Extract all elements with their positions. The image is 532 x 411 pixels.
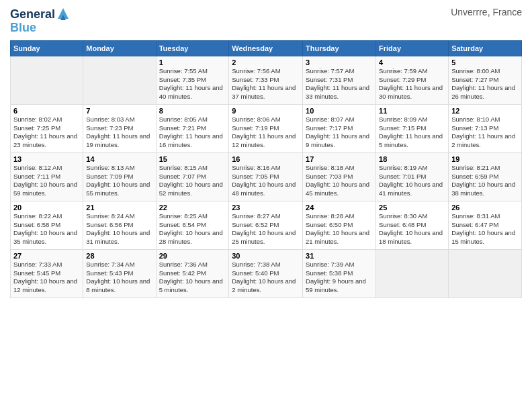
day-info: Sunrise: 8:24 AMSunset: 6:56 PMDaylight:… [86, 212, 152, 246]
calendar-cell: 3Sunrise: 7:57 AMSunset: 7:31 PMDaylight… [303, 56, 376, 104]
day-number: 23 [232, 203, 300, 212]
day-info: Sunrise: 7:34 AMSunset: 5:43 PMDaylight:… [86, 261, 152, 295]
calendar-cell: 27Sunrise: 7:33 AMSunset: 5:45 PMDayligh… [11, 249, 83, 298]
calendar-cell: 24Sunrise: 8:28 AMSunset: 6:50 PMDayligh… [303, 201, 376, 249]
day-info: Sunrise: 8:27 AMSunset: 6:52 PMDaylight:… [232, 212, 300, 246]
weekday-header-thursday: Thursday [303, 40, 376, 56]
day-number: 3 [306, 58, 373, 66]
day-number: 16 [232, 155, 300, 163]
calendar-cell: 8Sunrise: 8:05 AMSunset: 7:21 PMDaylight… [156, 104, 229, 152]
day-number: 30 [232, 252, 300, 260]
day-number: 24 [306, 203, 373, 212]
calendar-cell: 23Sunrise: 8:27 AMSunset: 6:52 PMDayligh… [229, 201, 303, 249]
week-row-0: 1Sunrise: 7:55 AMSunset: 7:35 PMDaylight… [11, 56, 522, 104]
day-number: 5 [451, 58, 519, 66]
day-info: Sunrise: 8:03 AMSunset: 7:23 PMDaylight:… [86, 116, 152, 150]
calendar-cell: 12Sunrise: 8:10 AMSunset: 7:13 PMDayligh… [449, 104, 522, 152]
day-number: 31 [306, 252, 373, 260]
day-number: 28 [86, 252, 152, 260]
day-number: 14 [86, 155, 152, 163]
calendar-cell [376, 249, 449, 298]
calendar-cell: 13Sunrise: 8:12 AMSunset: 7:11 PMDayligh… [11, 152, 83, 201]
header: General Blue Unverrre, France [10, 7, 522, 35]
logo-icon [56, 5, 70, 21]
day-number: 25 [379, 203, 445, 212]
calendar-cell: 25Sunrise: 8:30 AMSunset: 6:48 PMDayligh… [376, 201, 449, 249]
calendar-cell: 1Sunrise: 7:55 AMSunset: 7:35 PMDaylight… [156, 56, 229, 104]
calendar-cell [83, 56, 156, 104]
day-info: Sunrise: 7:33 AMSunset: 5:45 PMDaylight:… [13, 261, 80, 295]
day-info: Sunrise: 7:39 AMSunset: 5:38 PMDaylight:… [306, 261, 373, 295]
day-info: Sunrise: 7:36 AMSunset: 5:42 PMDaylight:… [159, 261, 226, 295]
day-number: 29 [159, 252, 226, 260]
day-number: 20 [13, 203, 80, 212]
calendar-cell: 19Sunrise: 8:21 AMSunset: 6:59 PMDayligh… [449, 152, 522, 201]
day-number: 21 [86, 203, 152, 212]
day-info: Sunrise: 8:25 AMSunset: 6:54 PMDaylight:… [159, 212, 226, 246]
day-info: Sunrise: 7:38 AMSunset: 5:40 PMDaylight:… [232, 261, 300, 295]
calendar-cell: 11Sunrise: 8:09 AMSunset: 7:15 PMDayligh… [376, 104, 449, 152]
day-info: Sunrise: 8:19 AMSunset: 7:01 PMDaylight:… [379, 164, 445, 198]
logo: General Blue [10, 7, 70, 35]
day-number: 1 [159, 58, 226, 66]
day-number: 4 [379, 58, 445, 66]
day-info: Sunrise: 7:55 AMSunset: 7:35 PMDaylight:… [159, 67, 226, 101]
calendar-table: SundayMondayTuesdayWednesdayThursdayFrid… [10, 40, 522, 298]
weekday-header-friday: Friday [376, 40, 449, 56]
day-info: Sunrise: 8:15 AMSunset: 7:07 PMDaylight:… [159, 164, 226, 198]
day-info: Sunrise: 8:12 AMSunset: 7:11 PMDaylight:… [13, 164, 80, 198]
day-info: Sunrise: 8:07 AMSunset: 7:17 PMDaylight:… [306, 116, 373, 150]
day-number: 7 [86, 107, 152, 115]
location: Unverrre, France [451, 7, 522, 17]
calendar-cell: 16Sunrise: 8:16 AMSunset: 7:05 PMDayligh… [229, 152, 303, 201]
day-info: Sunrise: 8:28 AMSunset: 6:50 PMDaylight:… [306, 212, 373, 246]
calendar-cell: 18Sunrise: 8:19 AMSunset: 7:01 PMDayligh… [376, 152, 449, 201]
day-number: 27 [13, 252, 80, 260]
calendar-cell: 2Sunrise: 7:56 AMSunset: 7:33 PMDaylight… [229, 56, 303, 104]
calendar-cell: 20Sunrise: 8:22 AMSunset: 6:58 PMDayligh… [11, 201, 83, 249]
calendar-cell: 7Sunrise: 8:03 AMSunset: 7:23 PMDaylight… [83, 104, 156, 152]
week-row-3: 20Sunrise: 8:22 AMSunset: 6:58 PMDayligh… [11, 201, 522, 249]
weekday-header-wednesday: Wednesday [229, 40, 303, 56]
day-number: 22 [159, 203, 226, 212]
day-number: 6 [13, 107, 80, 115]
day-number: 8 [159, 107, 226, 115]
week-row-2: 13Sunrise: 8:12 AMSunset: 7:11 PMDayligh… [11, 152, 522, 201]
calendar-cell: 5Sunrise: 8:00 AMSunset: 7:27 PMDaylight… [449, 56, 522, 104]
calendar-cell: 21Sunrise: 8:24 AMSunset: 6:56 PMDayligh… [83, 201, 156, 249]
day-info: Sunrise: 7:56 AMSunset: 7:33 PMDaylight:… [232, 67, 300, 101]
logo-text: General [10, 8, 55, 21]
day-number: 19 [451, 155, 519, 163]
calendar-cell: 29Sunrise: 7:36 AMSunset: 5:42 PMDayligh… [156, 249, 229, 298]
day-info: Sunrise: 8:02 AMSunset: 7:25 PMDaylight:… [13, 116, 80, 150]
calendar-page: General Blue Unverrre, France SundayMond… [0, 0, 532, 411]
day-info: Sunrise: 8:21 AMSunset: 6:59 PMDaylight:… [451, 164, 519, 198]
calendar-cell: 30Sunrise: 7:38 AMSunset: 5:40 PMDayligh… [229, 249, 303, 298]
day-number: 15 [159, 155, 226, 163]
logo-subtext: Blue [10, 21, 36, 35]
week-row-4: 27Sunrise: 7:33 AMSunset: 5:45 PMDayligh… [11, 249, 522, 298]
day-info: Sunrise: 7:59 AMSunset: 7:29 PMDaylight:… [379, 67, 445, 101]
week-row-1: 6Sunrise: 8:02 AMSunset: 7:25 PMDaylight… [11, 104, 522, 152]
calendar-cell: 28Sunrise: 7:34 AMSunset: 5:43 PMDayligh… [83, 249, 156, 298]
calendar-cell: 4Sunrise: 7:59 AMSunset: 7:29 PMDaylight… [376, 56, 449, 104]
day-info: Sunrise: 8:09 AMSunset: 7:15 PMDaylight:… [379, 116, 445, 150]
title-section: Unverrre, France [451, 7, 522, 17]
day-number: 11 [379, 107, 445, 115]
calendar-cell: 26Sunrise: 8:31 AMSunset: 6:47 PMDayligh… [449, 201, 522, 249]
day-info: Sunrise: 8:22 AMSunset: 6:58 PMDaylight:… [13, 212, 80, 246]
day-info: Sunrise: 8:18 AMSunset: 7:03 PMDaylight:… [306, 164, 373, 198]
day-info: Sunrise: 8:05 AMSunset: 7:21 PMDaylight:… [159, 116, 226, 150]
day-info: Sunrise: 8:31 AMSunset: 6:47 PMDaylight:… [451, 212, 519, 246]
day-info: Sunrise: 8:00 AMSunset: 7:27 PMDaylight:… [451, 67, 519, 101]
day-number: 2 [232, 58, 300, 66]
day-info: Sunrise: 8:13 AMSunset: 7:09 PMDaylight:… [86, 164, 152, 198]
day-info: Sunrise: 7:57 AMSunset: 7:31 PMDaylight:… [306, 67, 373, 101]
day-info: Sunrise: 8:16 AMSunset: 7:05 PMDaylight:… [232, 164, 300, 198]
weekday-header-monday: Monday [83, 40, 156, 56]
day-number: 9 [232, 107, 300, 115]
weekday-header-tuesday: Tuesday [156, 40, 229, 56]
calendar-cell: 31Sunrise: 7:39 AMSunset: 5:38 PMDayligh… [303, 249, 376, 298]
day-number: 18 [379, 155, 445, 163]
day-number: 17 [306, 155, 373, 163]
